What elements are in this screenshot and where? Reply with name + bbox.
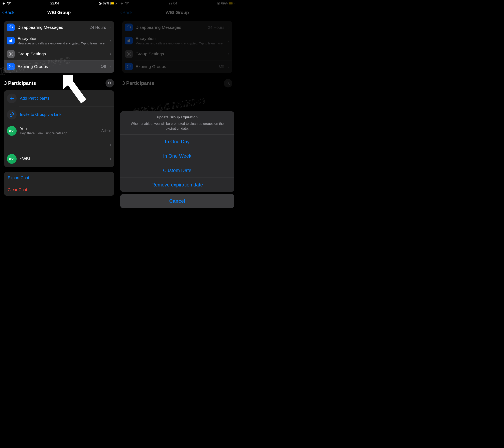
row-label: Disappearing Messages — [136, 25, 205, 30]
sheet-option-custom-date[interactable]: Custom Date — [120, 163, 234, 178]
timer-icon — [125, 23, 133, 31]
participant-name: ~WBI — [20, 156, 107, 161]
row-sublabel: Messages and calls are end-to-end encryp… — [18, 41, 107, 45]
row-label: Disappearing Messages — [18, 25, 87, 30]
chevron-right-icon: › — [228, 38, 230, 43]
settings-card: Disappearing Messages 24 Hours › Encrypt… — [122, 21, 232, 73]
svg-point-7 — [128, 53, 129, 54]
chevron-right-icon: › — [228, 51, 230, 57]
participant-role: Admin — [101, 129, 111, 133]
chevron-right-icon: › — [110, 142, 111, 147]
orientation-lock-icon — [99, 2, 102, 5]
row-label: Invite to Group via Link — [20, 112, 111, 117]
action-sheet: Update Group Expiration When enabled, yo… — [120, 111, 234, 208]
status-time: 22:04 — [50, 1, 59, 5]
page-title: WBI Group — [0, 10, 118, 15]
row-export-chat[interactable]: Export Chat — [4, 172, 114, 184]
battery-percent: 69% — [221, 2, 228, 5]
row-label: Encryption — [18, 36, 107, 41]
wifi-icon — [125, 2, 129, 5]
row-clear-chat[interactable]: Clear Chat — [4, 184, 114, 196]
row-encryption[interactable]: Encryption Messages and calls are end-to… — [4, 34, 114, 48]
wifi-icon — [7, 2, 11, 5]
row-value: 24 Hours — [90, 25, 106, 30]
battery-icon — [110, 2, 116, 5]
row-expiring-groups[interactable]: Expiring Groups Off › — [122, 60, 232, 73]
row-add-participants[interactable]: Add Participants — [4, 90, 114, 107]
sheet-description: When enabled, you will be prompted to cl… — [126, 121, 229, 131]
airplane-icon — [120, 2, 124, 5]
chevron-right-icon: › — [110, 38, 111, 43]
nav-bar: ‹ Back WBI Group — [0, 7, 118, 18]
participants-header: 3 Participants — [4, 80, 36, 86]
row-label: Group Settings — [136, 51, 225, 57]
row-label: Add Participants — [20, 96, 111, 101]
row-label: Expiring Groups — [136, 64, 216, 69]
sheet-option-remove-expiration[interactable]: Remove expiration date — [120, 178, 234, 192]
row-encryption[interactable]: Encryption Messages and calls are end-to… — [122, 34, 232, 48]
lock-icon — [7, 37, 15, 44]
chevron-right-icon: › — [228, 25, 230, 30]
chevron-right-icon: › — [110, 51, 111, 57]
page-title: WBI Group — [118, 10, 236, 15]
screen-left: 22:04 69% ‹ Back WBI Group Disappearing … — [0, 0, 118, 210]
sheet-title: Update Group Expiration — [126, 115, 229, 119]
plus-icon — [7, 93, 17, 103]
search-icon — [108, 81, 112, 85]
participants-header: 3 Participants — [122, 80, 154, 86]
participant-name: You — [20, 126, 98, 131]
row-disappearing-messages[interactable]: Disappearing Messages 24 Hours › — [4, 21, 114, 34]
gear-icon — [7, 50, 15, 58]
timer-icon — [7, 63, 15, 71]
row-label: Encryption — [136, 36, 225, 41]
avatar: WBI — [7, 126, 17, 136]
nav-bar: ‹ Back WBI Group — [118, 7, 236, 18]
row-value: 24 Hours — [208, 25, 224, 30]
battery-percent: 69% — [103, 2, 109, 5]
row-participant-wbi[interactable]: WBI ~WBI › — [4, 151, 114, 167]
status-bar: 22:04 69% — [118, 0, 236, 7]
row-label: Group Settings — [18, 51, 107, 57]
search-icon — [226, 81, 230, 85]
row-label: Expiring Groups — [18, 64, 98, 69]
settings-card: Disappearing Messages 24 Hours › Encrypt… — [4, 21, 114, 73]
row-disappearing-messages[interactable]: Disappearing Messages 24 Hours › — [122, 21, 232, 34]
row-value: Off — [219, 64, 224, 69]
participants-card: Add Participants Invite to Group via Lin… — [4, 90, 114, 167]
chevron-right-icon: › — [228, 64, 230, 69]
timer-icon — [7, 23, 15, 31]
link-icon — [7, 110, 17, 120]
row-value: Off — [101, 64, 106, 69]
sheet-option-one-week[interactable]: In One Week — [120, 149, 234, 163]
row-group-settings[interactable]: Group Settings › — [122, 48, 232, 60]
lock-icon — [125, 37, 133, 44]
orientation-lock-icon — [217, 2, 220, 5]
sheet-option-one-day[interactable]: In One Day — [120, 134, 234, 149]
timer-icon — [125, 63, 133, 71]
row-expiring-groups[interactable]: Expiring Groups Off › — [4, 60, 114, 73]
row-participant-you[interactable]: WBI You Hey, there! I am using WhatsApp.… — [4, 123, 114, 139]
battery-icon — [229, 2, 234, 5]
sheet-cancel-button[interactable]: Cancel — [120, 194, 234, 208]
participant-status: Hey, there! I am using WhatsApp. — [20, 131, 98, 135]
footer-card: Export Chat Clear Chat — [4, 172, 114, 196]
airplane-icon — [2, 2, 6, 5]
chevron-right-icon: › — [110, 25, 111, 30]
row-sublabel: Messages and calls are end-to-end encryp… — [136, 41, 225, 45]
row-group-settings[interactable]: Group Settings › — [4, 48, 114, 60]
status-bar: 22:04 69% — [0, 0, 118, 7]
screen-right: 22:04 69% ‹ Back WBI Group Disappearing … — [118, 0, 236, 210]
search-button[interactable] — [106, 79, 114, 88]
chevron-right-icon: › — [110, 64, 111, 69]
svg-point-2 — [10, 53, 11, 54]
search-button[interactable] — [224, 79, 232, 88]
gear-icon — [125, 50, 133, 58]
row-participant-hidden[interactable]: › — [4, 139, 114, 151]
avatar: WBI — [7, 154, 17, 164]
chevron-right-icon: › — [110, 156, 111, 161]
row-invite-link[interactable]: Invite to Group via Link — [4, 107, 114, 123]
status-time: 22:04 — [169, 1, 177, 5]
